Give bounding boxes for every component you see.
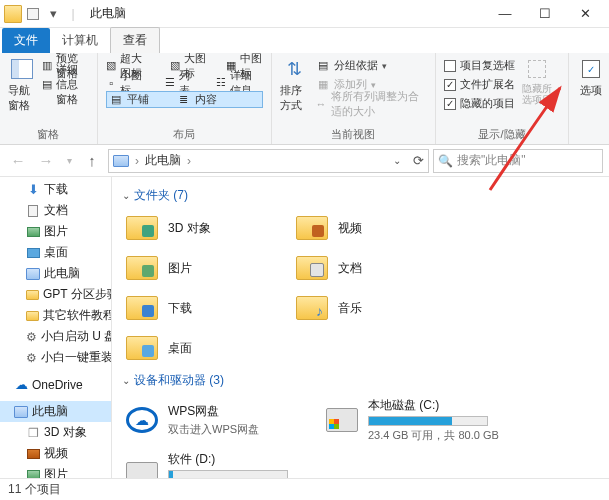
sort-by-button[interactable]: ⇅ 排序方式 [280, 57, 310, 113]
status-bar: 11 个项目 [0, 478, 609, 500]
sidebar-item[interactable]: 桌面 [0, 242, 111, 263]
hide-selected-button[interactable]: 隐藏所选项目 [521, 57, 553, 105]
dl-icon: ⬇ [26, 183, 40, 197]
options-button[interactable]: ✓ 选项 [577, 57, 605, 98]
item-label: 音乐 [338, 300, 362, 317]
item-label: 软件 (D:) [168, 451, 320, 468]
hidden-items-toggle[interactable]: ✓隐藏的项目 [444, 95, 515, 112]
sidebar-item[interactable]: 其它软件教程 [0, 305, 111, 326]
item-label: 本地磁盘 (C:) [368, 397, 520, 414]
content-pane[interactable]: ⌄文件夹 (7)3D 对象视频图片文档下载♪音乐桌面⌄设备和驱动器 (3)☁WP… [112, 177, 609, 478]
folder-item[interactable]: 3D 对象 [122, 208, 292, 248]
tree-label: 下载 [44, 181, 68, 198]
item-label: 桌面 [168, 340, 192, 357]
gear-icon: ❒ [26, 426, 40, 440]
folder-item[interactable]: 下载 [122, 288, 292, 328]
folder-item[interactable]: 文档 [292, 248, 462, 288]
ribbon: 导航窗格 ▥预览窗格 ▤详细信息窗格 窗格 ▧超大图标 ▧大图标 ▦中图标 ▫小… [0, 53, 609, 145]
chevron-right-icon[interactable]: › [187, 154, 191, 168]
view-tiles[interactable]: ▤平铺 ≣内容 [106, 91, 263, 108]
tree-label: 其它软件教程 [43, 307, 112, 324]
tab-view[interactable]: 查看 [110, 27, 160, 53]
folder-item[interactable]: 桌面 [122, 328, 292, 368]
sidebar-item[interactable]: 此电脑 [0, 263, 111, 284]
breadcrumb[interactable]: 此电脑 [145, 152, 181, 169]
tree-label: 小白启动 U 盘制作步 [41, 328, 112, 345]
tab-file[interactable]: 文件 [2, 28, 50, 53]
details-pane-button[interactable]: ▤详细信息窗格 [42, 76, 89, 93]
sidebar-item-onedrive[interactable]: ☁OneDrive [0, 374, 111, 395]
search-input[interactable]: 🔍 搜索"此电脑" [433, 149, 603, 173]
navigation-pane-label: 导航窗格 [8, 83, 36, 113]
address-field[interactable]: › 此电脑 › ⌄ ⟳ [108, 149, 429, 173]
group-header-folders[interactable]: ⌄文件夹 (7) [122, 187, 599, 204]
group-label-current-view: 当前视图 [280, 125, 427, 142]
navigation-tree[interactable]: ⬇下载文档图片桌面此电脑GPT 分区步骤其它软件教程⚙小白启动 U 盘制作步⚙小… [0, 177, 112, 478]
folder-item[interactable]: 视频 [292, 208, 462, 248]
group-header-drives[interactable]: ⌄设备和驱动器 (3) [122, 372, 599, 389]
drive-item[interactable]: 本地磁盘 (C:)23.4 GB 可用，共 80.0 GB [322, 393, 522, 447]
tree-label: 此电脑 [44, 265, 80, 282]
folder-item[interactable]: ♪音乐 [292, 288, 462, 328]
addr-dropdown-icon[interactable]: ⌄ [393, 155, 401, 166]
item-label: 文档 [338, 260, 362, 277]
folder-item[interactable]: 图片 [122, 248, 292, 288]
item-sublabel: 双击进入WPS网盘 [168, 422, 320, 437]
pic-icon [26, 225, 40, 239]
view-small-icons[interactable]: ▫小图标 ☰列表 ☷详细信息 [106, 74, 263, 91]
close-button[interactable]: ✕ [565, 0, 605, 28]
file-extensions-toggle[interactable]: ✓文件扩展名 [444, 76, 515, 93]
folder-icon: ♪ [294, 292, 330, 324]
maximize-button[interactable]: ☐ [525, 0, 565, 28]
sidebar-item[interactable]: 图片 [0, 464, 111, 478]
pic-icon [26, 468, 40, 479]
size-columns-button[interactable]: ↔将所有列调整为合适的大小 [316, 95, 427, 112]
folder-icon [26, 309, 39, 323]
qat-dropdown-icon[interactable]: ▾ [44, 5, 62, 23]
item-sublabel: 23.4 GB 可用，共 80.0 GB [368, 428, 520, 443]
sidebar-item[interactable]: 文档 [0, 200, 111, 221]
folder-icon [124, 252, 160, 284]
drive-icon [324, 404, 360, 436]
window-title: 此电脑 [90, 5, 126, 22]
search-icon: 🔍 [438, 154, 453, 168]
folder-icon [124, 292, 160, 324]
item-label: 视频 [338, 220, 362, 237]
wps-drive-item[interactable]: ☁WPS网盘双击进入WPS网盘 [122, 393, 322, 447]
sidebar-item[interactable]: 图片 [0, 221, 111, 242]
item-checkboxes-toggle[interactable]: 项目复选框 [444, 57, 515, 74]
ribbon-tabs: 文件 计算机 查看 [0, 28, 609, 53]
sidebar-item[interactable]: ⚙小白一键重装 Win10 [0, 347, 111, 368]
sidebar-item[interactable]: ⚙小白启动 U 盘制作步 [0, 326, 111, 347]
refresh-icon[interactable]: ⟳ [413, 153, 424, 168]
desk-icon [26, 246, 40, 260]
properties-icon[interactable] [24, 5, 42, 23]
folder-icon [124, 212, 160, 244]
sidebar-item[interactable]: 视频 [0, 443, 111, 464]
minimize-button[interactable]: — [485, 0, 525, 28]
tab-computer[interactable]: 计算机 [50, 28, 110, 53]
sidebar-item[interactable]: ❒3D 对象 [0, 422, 111, 443]
drive-item[interactable]: 软件 (D:)154 GB 可用，共 158 GB [122, 447, 322, 478]
doc-icon [26, 204, 40, 218]
navigation-pane-button[interactable]: 导航窗格 [8, 57, 36, 113]
sidebar-item[interactable]: GPT 分区步骤 [0, 284, 111, 305]
back-button[interactable]: ← [6, 149, 30, 173]
sidebar-item-this-pc[interactable]: 此电脑 [0, 401, 111, 422]
vid-icon [26, 447, 40, 461]
up-button[interactable]: ↑ [80, 149, 104, 173]
settings-icon: ⚙ [26, 330, 37, 344]
group-label-layout: 布局 [106, 125, 263, 142]
sidebar-item[interactable]: ⬇下载 [0, 179, 111, 200]
pc-icon [113, 155, 129, 167]
folder-icon [26, 288, 39, 302]
quick-access-toolbar: ▾ | [4, 5, 82, 23]
group-by-button[interactable]: ▤分组依据 ▾ [316, 57, 427, 74]
chevron-right-icon[interactable]: › [135, 154, 139, 168]
folder-icon [294, 212, 330, 244]
group-label-show-hide: 显示/隐藏 [444, 125, 560, 142]
recent-locations-icon[interactable]: ▾ [62, 149, 76, 173]
forward-button[interactable]: → [34, 149, 58, 173]
settings-icon: ⚙ [26, 351, 37, 365]
folder-icon [294, 252, 330, 284]
